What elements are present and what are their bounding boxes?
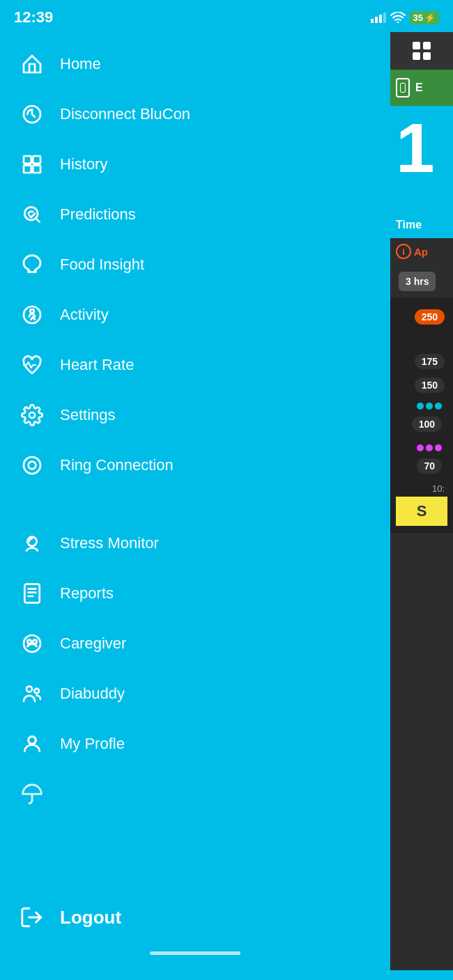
sidebar-label-settings: Settings bbox=[60, 406, 116, 424]
sidebar-item-ring-connection[interactable]: Ring Connection bbox=[0, 440, 390, 490]
sidebar-item-settings[interactable]: Settings bbox=[0, 390, 390, 440]
svg-rect-4 bbox=[24, 165, 31, 173]
stress-icon bbox=[20, 531, 45, 556]
food-icon bbox=[20, 252, 45, 277]
heart-rate-icon bbox=[20, 352, 45, 378]
info-icon: i bbox=[396, 244, 411, 259]
right-panel: E 1 Time i Ap 3 hrs 250 175 bbox=[390, 32, 453, 970]
sidebar-label-heart-rate: Heart Rate bbox=[60, 356, 134, 374]
svg-point-20 bbox=[26, 686, 32, 692]
sidebar-item-history[interactable]: History bbox=[0, 139, 390, 189]
dot-line-70-container: 70 bbox=[396, 439, 447, 481]
phone-icon bbox=[396, 78, 410, 98]
dot-line-magenta bbox=[399, 442, 445, 454]
status-bar: 12:39 35 ⚡ bbox=[0, 0, 453, 32]
sidebar-label-ring: Ring Connection bbox=[60, 456, 174, 474]
timestamp-row: 10: bbox=[396, 481, 447, 497]
sidebar-label-home: Home bbox=[60, 55, 101, 73]
caregiver-icon bbox=[20, 631, 45, 656]
predictions-icon bbox=[20, 202, 45, 227]
dot-magenta-1 bbox=[417, 444, 424, 451]
status-time: 12:39 bbox=[14, 8, 53, 26]
sidebar-item-activity[interactable]: Activity bbox=[0, 290, 390, 340]
sidebar: Home Disconnect BluCon History Predictio… bbox=[0, 32, 390, 970]
wifi-icon bbox=[390, 12, 406, 23]
sidebar-label-profile: My Profle bbox=[60, 735, 125, 753]
sidebar-item-extra[interactable] bbox=[0, 769, 390, 819]
battery-icon: 35 ⚡ bbox=[410, 11, 439, 24]
home-indicator bbox=[150, 951, 240, 955]
ring-icon bbox=[20, 453, 45, 478]
home-indicator-bar bbox=[0, 942, 390, 963]
sidebar-item-my-profile[interactable]: My Profle bbox=[0, 719, 390, 769]
rp-header bbox=[390, 32, 453, 70]
profile-icon bbox=[20, 731, 45, 756]
svg-point-10 bbox=[24, 457, 40, 474]
dot-cyan-1 bbox=[417, 403, 424, 410]
chart-area-1 bbox=[396, 329, 447, 350]
rp-ap-text: Ap bbox=[414, 246, 428, 258]
rp-yellow-badge: S bbox=[396, 497, 447, 526]
dot-magenta-3 bbox=[435, 444, 442, 451]
dot-line-100-container: 100 bbox=[396, 397, 447, 439]
sidebar-item-predictions[interactable]: Predictions bbox=[0, 189, 390, 240]
dot-line-cyan bbox=[399, 400, 445, 412]
rp-green-bar: E bbox=[390, 70, 453, 106]
history-icon bbox=[20, 152, 45, 177]
svg-rect-5 bbox=[33, 165, 40, 173]
sidebar-item-diabuddy[interactable]: Diabuddy bbox=[0, 669, 390, 719]
sidebar-label-predictions: Predictions bbox=[60, 205, 136, 224]
badge-100-row: 100 bbox=[399, 412, 445, 436]
sidebar-item-heart-rate[interactable]: Heart Rate bbox=[0, 340, 390, 390]
sidebar-item-stress-monitor[interactable]: Stress Monitor bbox=[0, 518, 390, 568]
svg-point-8 bbox=[30, 309, 33, 313]
rp-time-label: Time bbox=[396, 219, 447, 231]
settings-icon bbox=[20, 403, 45, 428]
activity-icon bbox=[20, 302, 45, 327]
sidebar-label-food: Food Insight bbox=[60, 256, 144, 274]
logout-label: Logout bbox=[60, 907, 121, 928]
badge-250-row: 250 bbox=[396, 305, 447, 329]
reports-icon bbox=[20, 581, 45, 606]
sidebar-label-disconnect: Disconnect BluCon bbox=[60, 105, 190, 123]
svg-point-9 bbox=[29, 412, 35, 418]
sidebar-item-caregiver[interactable]: Caregiver bbox=[0, 619, 390, 669]
umbrella-icon bbox=[20, 781, 45, 807]
rp-info-row: i Ap bbox=[390, 238, 453, 265]
sidebar-item-food-insight[interactable]: Food Insight bbox=[0, 240, 390, 290]
sidebar-label-reports: Reports bbox=[60, 584, 114, 602]
sidebar-item-home[interactable]: Home bbox=[0, 39, 390, 89]
grid-icon bbox=[413, 42, 431, 60]
badge-175: 175 bbox=[415, 354, 445, 369]
three-hrs-container: 3 hrs bbox=[390, 265, 453, 298]
sidebar-label-stress: Stress Monitor bbox=[60, 534, 159, 552]
rp-cyan-block: 1 Time bbox=[390, 106, 453, 238]
badge-70-row: 70 bbox=[399, 454, 445, 478]
badge-250: 250 bbox=[415, 309, 445, 325]
sidebar-label-diabuddy: Diabuddy bbox=[60, 685, 125, 703]
rp-green-text: E bbox=[415, 81, 423, 94]
svg-point-11 bbox=[29, 462, 36, 469]
sidebar-label-history: History bbox=[60, 155, 107, 173]
timestamp-text: 10: bbox=[432, 483, 445, 494]
logout-icon bbox=[20, 905, 45, 930]
badge-150-row: 150 bbox=[396, 373, 447, 397]
dot-magenta-2 bbox=[426, 444, 433, 451]
home-icon bbox=[20, 52, 45, 77]
dot-cyan-3 bbox=[435, 403, 442, 410]
disconnect-icon bbox=[20, 102, 45, 127]
sidebar-item-reports[interactable]: Reports bbox=[0, 568, 390, 619]
sidebar-item-disconnect-blucon[interactable]: Disconnect BluCon bbox=[0, 89, 390, 139]
status-icons: 35 ⚡ bbox=[371, 11, 439, 24]
logout-button[interactable]: Logout bbox=[0, 892, 390, 942]
svg-point-23 bbox=[29, 736, 36, 744]
svg-rect-3 bbox=[33, 156, 40, 164]
signal-icon bbox=[371, 13, 386, 23]
dot-cyan-2 bbox=[426, 403, 433, 410]
svg-rect-2 bbox=[24, 156, 31, 164]
battery-level: 35 bbox=[413, 13, 423, 23]
svg-point-18 bbox=[27, 640, 31, 644]
badge-175-row: 175 bbox=[396, 350, 447, 373]
badge-150: 150 bbox=[415, 378, 445, 393]
rp-big-number: 1 bbox=[396, 113, 447, 182]
